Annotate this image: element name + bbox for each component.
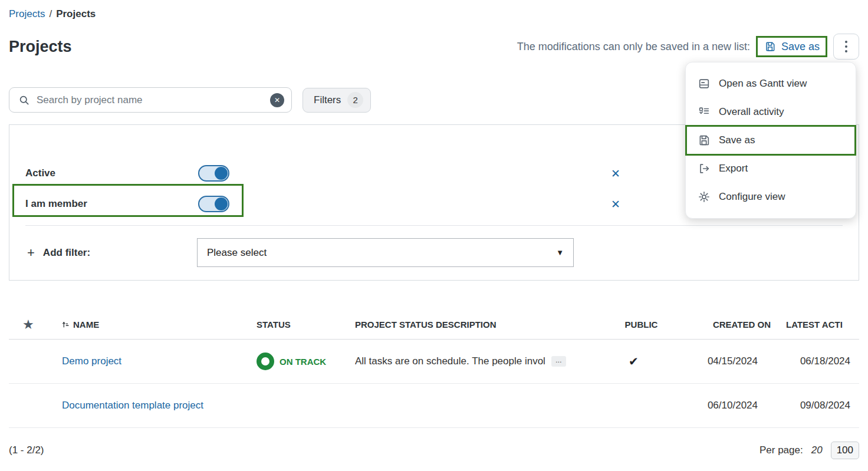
favorite-column-header[interactable]: ★ (9, 317, 62, 332)
member-filter-toggle[interactable] (198, 196, 229, 212)
menu-item-overall-activity[interactable]: Overall activity (686, 98, 856, 126)
remove-member-filter-icon[interactable]: ✕ (607, 197, 624, 211)
menu-item-label: Export (719, 163, 748, 174)
plus-icon: + (27, 245, 35, 261)
expand-description-button[interactable]: ... (551, 356, 566, 367)
result-range-text: (1 - 2/2) (9, 444, 44, 456)
add-filter-select-value: Please select (207, 247, 267, 259)
latest-activity-cell: 09/08/2024 (771, 400, 868, 411)
sort-ascending-icon (62, 321, 69, 328)
table-header-row: ★ NAME STATUS PROJECT STATUS DESCRIPTION… (9, 310, 859, 340)
filters-button[interactable]: Filters 2 (303, 88, 371, 113)
on-track-status-icon (257, 353, 274, 370)
menu-item-export[interactable]: Export (686, 154, 856, 183)
breadcrumb: Projects / Projects (9, 8, 859, 20)
project-name-cell: Documentation template project (62, 400, 251, 411)
save-icon (764, 40, 777, 53)
search-box: ✕ (9, 87, 292, 113)
active-filter-toggle[interactable] (198, 165, 229, 182)
created-column-header[interactable]: CREATED ON (669, 320, 771, 330)
highlight-box-save-as (685, 125, 856, 156)
check-icon: ✔ (629, 355, 654, 368)
menu-item-configure-view[interactable]: Configure view (686, 183, 856, 211)
project-link-documentation[interactable]: Documentation template project (62, 400, 203, 411)
project-link-demo[interactable]: Demo project (62, 355, 121, 367)
gantt-view-icon (698, 77, 711, 90)
name-header-label: NAME (73, 320, 99, 330)
menu-item-label: Configure view (719, 191, 785, 203)
per-page-controls: Per page: 20 100 (760, 442, 859, 459)
per-page-current: 20 (811, 444, 823, 456)
page-title: Projects (9, 38, 72, 56)
filter-label-member: I am member (25, 198, 87, 210)
menu-item-label: Open as Gantt view (719, 78, 807, 90)
created-on-cell: 06/10/2024 (669, 400, 771, 411)
status-description-text: All tasks are on schedule. The people in… (355, 355, 545, 367)
breadcrumb-projects-link[interactable]: Projects (9, 8, 45, 20)
status-label: ON TRACK (280, 357, 326, 367)
table-row: Documentation template project 06/10/202… (9, 384, 859, 428)
add-filter-row: + Add filter: Please select ▼ (9, 238, 859, 268)
search-input[interactable] (37, 94, 264, 106)
remove-active-filter-icon[interactable]: ✕ (607, 167, 624, 180)
per-page-100-button[interactable]: 100 (831, 442, 859, 459)
menu-item-save-as[interactable]: Save as (686, 126, 856, 154)
breadcrumb-separator: / (49, 8, 52, 20)
status-description-cell: All tasks are on schedule. The people in… (351, 355, 613, 367)
add-filter-select[interactable]: Please select ▼ (197, 238, 574, 267)
add-filter-label: Add filter: (43, 247, 90, 259)
kebab-menu-icon (845, 41, 847, 43)
menu-item-label: Overall activity (719, 106, 784, 118)
status-column-header[interactable]: STATUS (251, 320, 351, 330)
filters-count-badge: 2 (347, 92, 363, 108)
filters-button-label: Filters (314, 94, 341, 106)
public-column-header[interactable]: PUBLIC (613, 320, 669, 330)
created-on-cell: 04/15/2024 (669, 355, 771, 367)
pagination-bar: (1 - 2/2) Per page: 20 100 (9, 437, 859, 463)
latest-activity-column-header[interactable]: LATEST ACTI (771, 320, 868, 330)
per-page-label: Per page: (760, 444, 803, 456)
project-name-cell: Demo project (62, 355, 251, 367)
table-row: Demo project ON TRACK All tasks are on s… (9, 340, 859, 384)
save-as-button[interactable]: Save as (756, 36, 827, 57)
menu-item-open-gantt-view[interactable]: Open as Gantt view (686, 70, 856, 98)
save-hint-text: The modifications can only be saved in a… (517, 41, 750, 53)
kebab-dropdown-menu: Open as Gantt view Overall activity Save… (685, 62, 856, 219)
gear-icon (698, 190, 711, 203)
breadcrumb-current: Projects (56, 8, 96, 20)
kebab-menu-button[interactable] (833, 34, 859, 60)
projects-table: ★ NAME STATUS PROJECT STATUS DESCRIPTION… (9, 310, 859, 428)
page-header: Projects The modifications can only be s… (9, 33, 859, 60)
description-column-header[interactable]: PROJECT STATUS DESCRIPTION (351, 320, 613, 330)
filter-label-active: Active (25, 167, 55, 179)
status-cell: ON TRACK (251, 353, 351, 370)
chevron-down-icon: ▼ (556, 248, 564, 257)
save-icon (698, 134, 711, 147)
search-icon (18, 94, 31, 107)
export-icon (698, 162, 711, 175)
latest-activity-cell: 06/18/2024 (771, 355, 868, 367)
clear-search-icon[interactable]: ✕ (270, 93, 284, 107)
overall-activity-icon (698, 106, 711, 118)
name-column-header[interactable]: NAME (62, 320, 251, 330)
menu-item-label: Save as (719, 134, 755, 146)
public-cell: ✔ (613, 354, 669, 368)
star-icon: ★ (22, 317, 34, 332)
save-as-label: Save as (781, 41, 820, 53)
header-actions: The modifications can only be saved in a… (517, 34, 859, 60)
filter-panel-divider (25, 225, 843, 226)
